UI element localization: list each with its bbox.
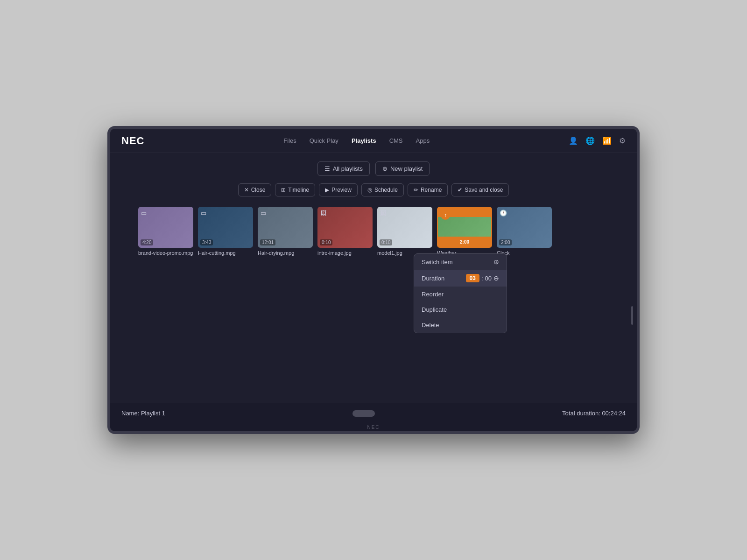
tv-frame: NEC Files Quick Play Playlists CMS Apps …	[107, 126, 640, 434]
switch-plus-icon[interactable]: ⊕	[493, 258, 499, 266]
tv-inner: NEC Files Quick Play Playlists CMS Apps …	[110, 129, 637, 431]
rename-icon: ✏	[414, 187, 418, 193]
nav-cms[interactable]: CMS	[389, 137, 403, 144]
media-name-4: intro-image.jpg	[317, 250, 352, 256]
media-name-1: brand-video-promo.mpg	[138, 250, 193, 256]
settings-icon[interactable]: ⚙	[619, 136, 626, 145]
globe-icon[interactable]: 🌐	[585, 136, 595, 145]
media-item-weather[interactable]: ↑ 2:00 Weather	[437, 207, 492, 256]
preview-button[interactable]: ▶ Preview	[319, 183, 358, 196]
media-item-5[interactable]: 🖼 0:10 model1.jpg	[377, 207, 432, 256]
nav-files[interactable]: Files	[283, 137, 296, 144]
schedule-icon: ◎	[367, 187, 372, 193]
all-playlists-label: All playlists	[333, 165, 363, 172]
save-close-button[interactable]: ✔ Save and close	[451, 183, 509, 196]
weather-icon: ↑	[441, 210, 450, 220]
reorder-label: Reorder	[422, 291, 444, 298]
user-icon[interactable]: 👤	[569, 136, 578, 145]
list-icon: ☰	[324, 165, 330, 172]
nav-quickplay[interactable]: Quick Play	[310, 137, 338, 144]
media-thumb-2: ▭ 3:43	[198, 207, 253, 248]
duration-5: 0:10	[380, 239, 392, 245]
media-thumb-clock: 🕐 2:00	[497, 207, 552, 248]
plus-icon: ⊕	[382, 165, 388, 172]
context-duration[interactable]: Duration 03 : 00 ⊖	[414, 270, 507, 287]
logo: NEC	[121, 135, 144, 147]
save-icon: ✔	[458, 187, 462, 193]
nav-apps[interactable]: Apps	[416, 137, 430, 144]
duration-seconds: 00	[485, 275, 492, 282]
close-icon: ✕	[244, 187, 249, 193]
top-nav: NEC Files Quick Play Playlists CMS Apps …	[110, 129, 637, 153]
media-thumb-1: ▭ 4:20	[138, 207, 193, 248]
duration-3: 12:01	[260, 239, 275, 245]
media-item-2[interactable]: ▭ 3:43 Hair-cutting.mpg	[198, 207, 253, 256]
duration-2: 3:43	[200, 239, 213, 245]
context-menu: Switch item ⊕ Duration 03 : 00 ⊖ Reord	[414, 253, 507, 333]
video-icon-3: ▭	[261, 210, 266, 217]
duration-4: 0:10	[320, 239, 332, 245]
bottom-bar: Name: Playlist 1 Total duration: 00:24:2…	[110, 403, 637, 423]
media-name-2: Hair-cutting.mpg	[198, 250, 236, 256]
preview-label: Preview	[331, 187, 352, 193]
duration-colon: :	[481, 275, 483, 282]
total-duration: Total duration: 00:24:24	[562, 410, 626, 417]
close-label: Close	[251, 187, 266, 193]
toolbar: ✕ Close ⊞ Timeline ▶ Preview ◎ Schedule …	[138, 183, 609, 196]
media-grid: ▭ 4:20 brand-video-promo.mpg ▭ 3:43 Hair…	[138, 207, 609, 256]
video-icon-2: ▭	[201, 210, 206, 217]
close-button[interactable]: ✕ Close	[238, 183, 272, 196]
clock-icon: 🕐	[500, 210, 507, 217]
rename-button[interactable]: ✏ Rename	[408, 183, 448, 196]
scroll-indicator	[631, 306, 633, 325]
playlist-name: Name: Playlist 1	[121, 410, 165, 417]
context-duplicate[interactable]: Duplicate	[414, 302, 507, 317]
context-switch-item[interactable]: Switch item ⊕	[414, 254, 507, 270]
duration-value[interactable]: 03	[466, 274, 479, 282]
duration-clock: 2:00	[499, 239, 512, 245]
duplicate-label: Duplicate	[422, 306, 447, 313]
video-icon-1: ▭	[141, 210, 147, 217]
media-thumb-4: 🖼 0:10	[317, 207, 373, 248]
duration-label: Duration	[422, 275, 444, 282]
nav-icons: 👤 🌐 📶 ⚙	[569, 136, 626, 145]
duration-input-group: 03 : 00 ⊖	[466, 274, 499, 282]
timeline-icon: ⊞	[281, 187, 286, 193]
tv-brand-label: NEC	[110, 423, 637, 431]
save-close-label: Save and close	[465, 187, 503, 193]
context-reorder[interactable]: Reorder	[414, 287, 507, 302]
nav-links: Files Quick Play Playlists CMS Apps	[283, 137, 430, 144]
media-item-4[interactable]: 🖼 0:10 intro-image.jpg	[317, 207, 373, 256]
play-icon: ▶	[325, 187, 329, 193]
media-name-5: model1.jpg	[377, 250, 402, 256]
switch-item-label: Switch item	[422, 259, 452, 266]
schedule-button[interactable]: ◎ Schedule	[361, 183, 404, 196]
media-thumb-weather: ↑ 2:00	[437, 207, 492, 248]
media-thumb-3: ▭ 12:01	[258, 207, 313, 248]
media-item-clock[interactable]: 🕐 2:00 Clock	[497, 207, 552, 256]
all-playlists-button[interactable]: ☰ All playlists	[317, 161, 370, 176]
delete-label: Delete	[422, 322, 439, 329]
image-icon-5: 🖼	[380, 210, 386, 217]
weather-duration-badge: 2:00	[460, 239, 469, 245]
media-thumb-5: 🖼 0:10	[377, 207, 432, 248]
media-item-3[interactable]: ▭ 12:01 Hair-drying.mpg	[258, 207, 313, 256]
new-playlist-button[interactable]: ⊕ New playlist	[375, 161, 430, 176]
nav-playlists[interactable]: Playlists	[352, 137, 376, 144]
media-item-1[interactable]: ▭ 4:20 brand-video-promo.mpg	[138, 207, 193, 256]
scroll-thumb[interactable]	[352, 410, 375, 417]
image-icon-4: 🖼	[320, 210, 326, 217]
top-actions: ☰ All playlists ⊕ New playlist	[138, 161, 609, 176]
context-delete[interactable]: Delete	[414, 317, 507, 333]
timeline-label: Timeline	[288, 187, 309, 193]
duration-minus-icon[interactable]: ⊖	[493, 274, 499, 282]
wifi-icon[interactable]: 📶	[602, 136, 612, 145]
timeline-button[interactable]: ⊞ Timeline	[275, 183, 315, 196]
rename-label: Rename	[421, 187, 442, 193]
media-name-3: Hair-drying.mpg	[258, 250, 294, 256]
duration-1: 4:20	[141, 239, 153, 245]
schedule-label: Schedule	[374, 187, 398, 193]
new-playlist-label: New playlist	[390, 165, 423, 172]
main-content: ☰ All playlists ⊕ New playlist ✕ Close ⊞…	[110, 153, 637, 403]
